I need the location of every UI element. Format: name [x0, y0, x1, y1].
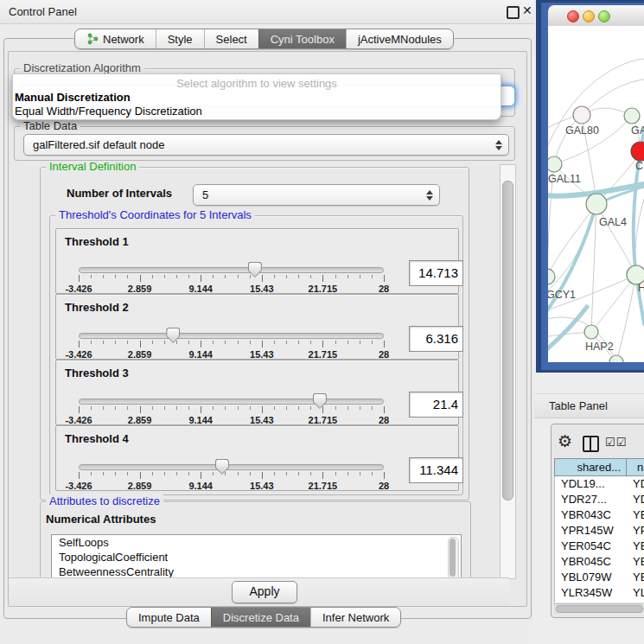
tick-label: 21.715	[309, 481, 338, 491]
table-row[interactable]: YER054CYER0...	[555, 539, 644, 554]
network-node[interactable]	[631, 142, 644, 161]
attributes-scrollbar[interactable]	[448, 537, 459, 577]
table-row[interactable]: YBR045CYBR0...	[555, 554, 644, 570]
threshold-label: Threshold 2	[65, 301, 129, 314]
threshold-slider[interactable]: -3.4262.8599.14415.4321.71528	[79, 393, 384, 424]
dropdown-option-equal-width[interactable]: Equal Width/Frequency Discretization	[15, 105, 202, 118]
tick-label: 15.43	[250, 481, 274, 491]
table-data-group: Table Data galFiltered.sif default node	[14, 126, 515, 161]
attribute-list-item[interactable]: BetweennessCentrality	[52, 564, 461, 577]
dropdown-placeholder-item[interactable]: Select algorithm to view settings	[13, 77, 501, 90]
attribute-list-item[interactable]: TopologicalCoefficient	[52, 550, 461, 564]
slider-tick-labels: -3.4262.8599.14415.4321.71528	[79, 284, 384, 294]
control-panel-tabbar: NetworkStyleSelectCyni ToolboxjActiveMNo…	[74, 29, 454, 49]
numerical-attributes-list[interactable]: SelfLoopsTopologicalCoefficientBetweenne…	[51, 534, 462, 577]
network-node[interactable]	[584, 325, 598, 339]
cell-name: YBR0...	[627, 507, 644, 523]
table-row[interactable]: YLR345WYLR3...	[555, 585, 644, 601]
bottom-tab-discretize-data[interactable]: Discretize Data	[211, 608, 310, 627]
number-of-intervals-combobox[interactable]: 5	[193, 184, 440, 206]
tick-label: -3.426	[65, 481, 92, 491]
tick-label: 9.144	[188, 284, 213, 294]
network-node[interactable]	[548, 156, 562, 172]
slider-tick-labels: -3.4262.8599.14415.4321.71528	[79, 349, 384, 360]
slider-major-ticks	[79, 341, 385, 348]
column-header-name[interactable]: na...	[627, 459, 644, 475]
checkbox-pair-icon[interactable]: ☑☑	[605, 436, 627, 449]
network-node-label: C	[635, 160, 643, 172]
network-node-label: HAP2	[585, 341, 614, 353]
network-node-label: GAL11	[548, 173, 581, 185]
settings-vertical-scrollbar[interactable]	[500, 164, 516, 579]
tab-label: Network	[103, 33, 144, 46]
cyni-bottom-tabbar: Impute DataDiscretize DataInfer Network	[126, 607, 401, 628]
table-row[interactable]: YDR27...YDR2...	[555, 492, 644, 507]
network-node[interactable]	[573, 106, 590, 124]
tab-network[interactable]: Network	[75, 29, 156, 48]
tab-label: jActiveMNodules	[358, 33, 442, 46]
close-icon[interactable]: ✕	[522, 3, 532, 17]
network-node[interactable]	[586, 194, 607, 214]
table-data-value: galFiltered.sif default node	[33, 138, 164, 151]
bottom-tab-label: Impute Data	[138, 611, 200, 624]
threshold-slider[interactable]: -3.4262.8599.14415.4321.71528	[79, 262, 384, 293]
table-row[interactable]: YIL052CYIL0...	[555, 601, 644, 603]
settings-gear-icon[interactable]: ⚙	[558, 431, 572, 451]
dropdown-option-manual[interactable]: Manual Discretization	[15, 91, 131, 104]
slider-track[interactable]	[79, 333, 384, 339]
bottom-tab-infer-network[interactable]: Infer Network	[310, 608, 400, 627]
network-node-label: GAL4	[599, 216, 627, 228]
network-graph[interactable]: GAL80GACGAL11GAL4HGCY1HAP2	[548, 26, 644, 362]
bottom-tab-label: Infer Network	[322, 611, 389, 624]
table-data-combobox[interactable]: galFiltered.sif default node	[23, 134, 509, 156]
threshold-slider[interactable]: -3.4262.8599.14415.4321.71528	[79, 459, 384, 490]
network-view-canvas[interactable]: GAL80GACGAL11GAL4HGCY1HAP2	[548, 26, 644, 362]
tab-style[interactable]: Style	[156, 29, 204, 48]
thresholds-group-title: Threshold's Coordinates for 5 Intervals	[55, 208, 255, 221]
tick-label: -3.426	[65, 415, 92, 425]
tab-label: Cyni Toolbox	[271, 33, 335, 46]
cell-name: YDR2...	[627, 492, 644, 507]
cell-name: YLR3...	[627, 585, 644, 601]
table-panel-titlebar: Table Panel	[534, 393, 644, 418]
threshold-value-field[interactable]: 21.4	[409, 392, 463, 418]
threshold-box-3: Threshold 3-3.4262.8599.14415.4321.71528…	[55, 360, 459, 425]
minimize-traffic-light-icon[interactable]	[583, 10, 595, 22]
slider-track[interactable]	[79, 399, 384, 405]
tick-label: 9.144	[188, 349, 213, 360]
tab-select[interactable]: Select	[204, 29, 258, 48]
apply-button[interactable]: Apply	[232, 581, 297, 603]
network-node[interactable]	[624, 108, 640, 124]
table-horizontal-scrollbar[interactable]	[554, 603, 643, 613]
table-row[interactable]: YBL079WYBL0...	[555, 570, 644, 585]
close-traffic-light-icon[interactable]	[567, 10, 579, 22]
combo-stepper-icon	[494, 135, 504, 155]
tab-cyni-toolbox[interactable]: Cyni Toolbox	[258, 29, 346, 48]
column-header-shared-name[interactable]: shared...	[555, 459, 627, 475]
tick-label: 15.43	[250, 349, 274, 360]
tab-jactivemnodules[interactable]: jActiveMNodules	[346, 29, 453, 48]
threshold-value-field[interactable]: 14.713	[409, 260, 463, 286]
threshold-box-4: Threshold 4-3.4262.8599.14415.4321.71528…	[55, 425, 459, 491]
attribute-list-item[interactable]: SelfLoops	[52, 535, 461, 550]
threshold-slider[interactable]: -3.4262.8599.14415.4321.71528	[79, 328, 384, 359]
network-edge	[548, 204, 596, 294]
bottom-tab-impute-data[interactable]: Impute Data	[127, 608, 211, 627]
threshold-value-field[interactable]: 11.344	[409, 457, 463, 483]
table-row[interactable]: YBR043CYBR0...	[555, 507, 644, 523]
network-node[interactable]	[548, 269, 555, 284]
cell-name: YIL0...	[627, 601, 644, 603]
table-row[interactable]: YPR145WYPR1...	[555, 523, 644, 539]
table-row[interactable]: YDL19...YDL1...	[555, 476, 644, 492]
float-window-icon[interactable]	[507, 6, 520, 19]
tick-label: 28	[379, 481, 389, 491]
slider-track[interactable]	[79, 267, 384, 273]
slider-track[interactable]	[79, 464, 384, 470]
cell-shared-name: YIL052C	[555, 601, 627, 603]
network-node-label: GA	[631, 124, 644, 137]
column-layout-icon[interactable]	[583, 436, 599, 452]
threshold-value-field[interactable]: 6.316	[409, 326, 463, 352]
zoom-traffic-light-icon[interactable]	[598, 10, 610, 22]
network-window-titlebar[interactable]	[548, 5, 644, 27]
tab-label: Style	[168, 33, 193, 46]
